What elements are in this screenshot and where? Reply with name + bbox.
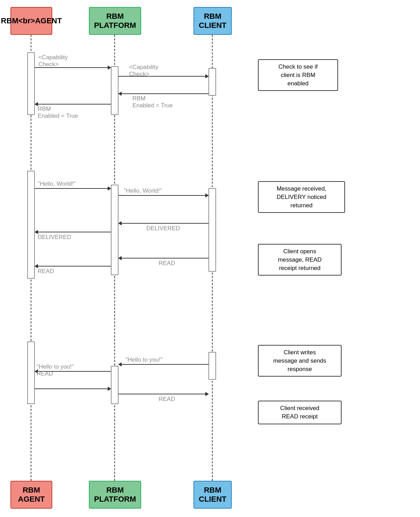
lifeline-bar-client-1	[208, 68, 216, 96]
note-read-receipt: Client opensmessage, READreceipt returne…	[258, 244, 342, 276]
label-read-4: READ	[159, 396, 175, 403]
lifeline-bar-platform-2	[111, 185, 119, 275]
lifeline-bar-client-3	[208, 352, 216, 380]
actor-agent-bottom: RBMAGENT	[10, 481, 52, 509]
label-rbm-enabled-1: RBMEnabled = True	[38, 106, 78, 119]
arrow-delivered-1	[35, 232, 111, 232]
actor-platform-top: RBMPLATFORM	[89, 7, 141, 35]
label-delivered-2: DELIVERED	[146, 225, 180, 232]
label-hello-2: "Hello, World!"	[124, 187, 162, 194]
note-rbm-enabled: Check to see ifclient is RBMenabled	[258, 59, 338, 91]
lifeline-bar-agent-1	[27, 52, 35, 115]
label-hello-to-you-1: "Hello to you!"READ	[37, 363, 74, 377]
arrow-rbm-enabled-2	[119, 93, 208, 94]
arrow-read-2	[119, 258, 208, 258]
actor-agent-top: RBM<br>AGENT	[10, 7, 52, 35]
label-read-2: READ	[159, 260, 175, 267]
actor-platform-bottom: RBMPLATFORM	[89, 481, 141, 509]
arrow-hello-1	[35, 188, 111, 189]
arrow-hello-2	[119, 195, 208, 196]
note-delivery: Message received,DELIVERY noticedreturne…	[258, 181, 345, 213]
note-client-read-text: Client receivedREAD receipt	[280, 405, 319, 420]
arrow-rbm-enabled-1	[35, 104, 111, 105]
note-client-writes-text: Client writesmessage and sendsresponse	[273, 349, 326, 372]
note-delivery-text: Message received,DELIVERY noticedreturne…	[276, 185, 326, 209]
lifeline-bar-platform-3	[111, 366, 119, 404]
arrow-read-4	[119, 394, 208, 394]
arrow-read-3	[35, 388, 111, 389]
label-read-1: READ	[38, 268, 54, 275]
note-client-read: Client receivedREAD receipt	[258, 401, 342, 424]
label-hello-to-you-2: "Hello to you!"	[125, 356, 163, 363]
label-delivered-1: DELIVERED	[38, 234, 71, 241]
actor-client-bottom: RBMCLIENT	[193, 481, 232, 509]
lifeline-bar-client-2	[208, 188, 216, 272]
lifeline-bar-platform-1	[111, 66, 119, 115]
actor-client-top: RBMCLIENT	[193, 7, 232, 35]
label-cap-check-1: <CapabilityCheck>	[38, 54, 68, 68]
label-rbm-enabled-2: RBMEnabled = True	[132, 95, 173, 109]
label-hello-1: "Hello, World!"	[38, 180, 76, 187]
arrow-read-1	[35, 266, 111, 267]
arrow-delivered-2	[119, 223, 208, 224]
note-rbm-enabled-text: Check to see ifclient is RBMenabled	[278, 63, 318, 87]
lifeline-bar-agent-3	[27, 341, 35, 404]
note-read-receipt-text: Client opensmessage, READreceipt returne…	[278, 248, 322, 271]
arrow-hello-to-you-2	[119, 364, 208, 365]
label-cap-check-2: <CapabilityCheck>	[129, 64, 159, 78]
note-client-writes: Client writesmessage and sendsresponse	[258, 345, 342, 377]
diagram-container: RBM<br>AGENT RBMPLATFORM RBMCLIENT <Capa…	[0, 0, 420, 517]
lifeline-bar-agent-2	[27, 171, 35, 279]
